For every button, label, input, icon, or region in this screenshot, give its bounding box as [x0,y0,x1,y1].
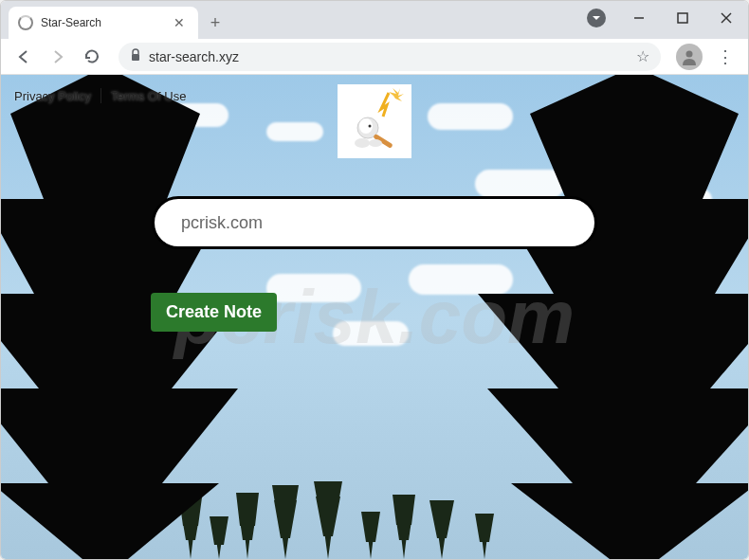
bookmark-star-icon[interactable]: ☆ [636,47,649,65]
forward-button[interactable] [43,42,73,72]
svg-point-8 [369,125,372,128]
svg-rect-4 [132,54,139,61]
link-divider [100,88,101,103]
new-tab-button[interactable]: + [202,9,228,36]
page-viewport: pcrisk.com Privacy Policy Terms Of Use [1,75,748,559]
lock-icon [130,48,141,64]
menu-button[interactable]: ⋮ [710,46,740,67]
create-note-button[interactable]: Create Note [151,293,277,332]
search-box[interactable] [152,196,597,249]
search-input[interactable] [181,213,568,233]
back-button[interactable] [9,42,39,72]
privacy-policy-link[interactable]: Privacy Policy [14,89,91,103]
browser-toolbar: star-search.xyz ☆ ⋮ [1,39,748,75]
browser-tab[interactable]: Star-Search ✕ [9,7,198,39]
minimize-button[interactable] [617,1,661,35]
tab-favicon-icon [18,15,33,30]
tree-right [464,75,748,559]
terms-of-use-link[interactable]: Terms Of Use [111,89,186,103]
maximize-button[interactable] [661,1,704,35]
profile-button[interactable] [676,44,703,70]
close-window-button[interactable] [704,1,748,35]
svg-point-5 [686,50,693,57]
svg-point-10 [355,138,370,148]
tab-search-icon[interactable] [587,9,606,27]
url-text: star-search.xyz [149,49,239,64]
header-links: Privacy Policy Terms Of Use [14,88,186,103]
window-controls [617,1,748,35]
close-tab-button[interactable]: ✕ [170,15,189,30]
title-bar: Star-Search ✕ + [1,1,748,39]
browser-window: Star-Search ✕ + [0,0,749,560]
address-bar[interactable]: star-search.xyz ☆ [119,43,661,71]
tab-title: Star-Search [41,16,170,29]
reload-button[interactable] [77,42,107,72]
svg-rect-1 [678,13,687,23]
svg-point-11 [369,139,382,147]
site-logo [338,84,411,158]
